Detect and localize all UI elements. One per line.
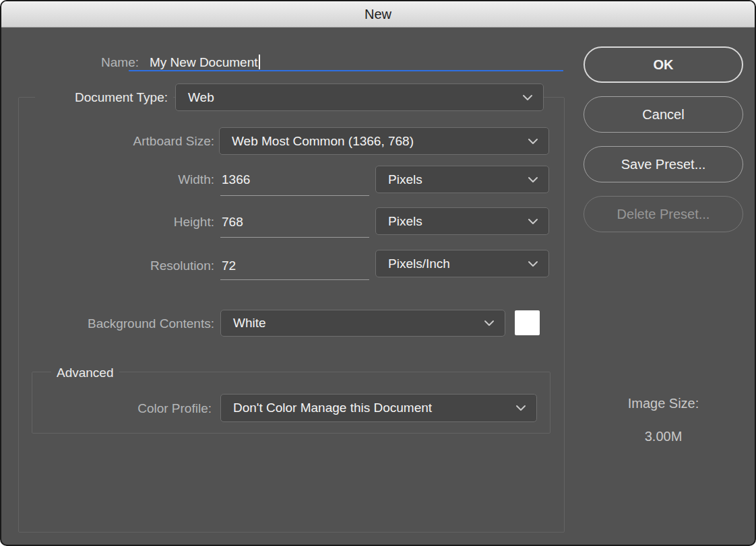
image-size-value: 3.00M	[584, 429, 743, 444]
height-input-underline	[220, 237, 369, 238]
resolution-input[interactable]: 72	[222, 258, 236, 274]
document-type-value: Web	[188, 90, 214, 105]
delete-preset-button: Delete Preset...	[584, 196, 743, 232]
image-size-label: Image Size:	[584, 396, 743, 411]
resolution-label: Resolution:	[42, 258, 214, 274]
document-type-label: Document Type:	[35, 90, 173, 106]
artboard-size-label: Artboard Size:	[42, 133, 214, 149]
name-label: Name:	[42, 55, 139, 71]
color-profile-value: Don't Color Manage this Document	[233, 401, 432, 415]
chevron-down-icon	[528, 176, 538, 183]
background-color-swatch	[515, 310, 540, 335]
chevron-down-icon	[528, 218, 538, 225]
width-input[interactable]: 1366	[222, 172, 250, 188]
width-unit-value: Pixels	[388, 172, 422, 187]
save-preset-button[interactable]: Save Preset...	[584, 146, 743, 182]
chevron-down-icon	[522, 94, 533, 101]
ok-button[interactable]: OK	[584, 46, 743, 83]
width-input-underline	[220, 195, 369, 196]
width-unit-dropdown[interactable]: Pixels	[375, 166, 549, 193]
height-unit-dropdown[interactable]: Pixels	[375, 207, 549, 235]
advanced-section-label: Advanced	[51, 365, 119, 381]
name-input-focus-underline	[129, 70, 563, 71]
color-profile-dropdown[interactable]: Don't Color Manage this Document	[220, 394, 537, 422]
chevron-down-icon	[528, 261, 538, 267]
height-input[interactable]: 768	[222, 214, 243, 230]
resolution-unit-value: Pixels/Inch	[388, 257, 450, 271]
text-caret	[259, 55, 260, 69]
background-contents-dropdown[interactable]: White	[220, 310, 505, 337]
background-contents-label: Background Contents:	[28, 316, 214, 332]
resolution-input-underline	[220, 279, 369, 280]
chevron-down-icon	[515, 405, 526, 411]
color-profile-label: Color Profile:	[69, 401, 212, 417]
chevron-down-icon	[484, 320, 495, 327]
document-type-dropdown[interactable]: Web	[175, 83, 544, 111]
height-label: Height:	[42, 214, 214, 230]
titlebar[interactable]: New	[1, 1, 755, 28]
dialog-title: New	[365, 7, 391, 22]
artboard-size-dropdown[interactable]: Web Most Common (1366, 768)	[219, 127, 549, 155]
artboard-size-value: Web Most Common (1366, 768)	[232, 134, 414, 149]
width-label: Width:	[42, 172, 214, 188]
name-input[interactable]: My New Document	[150, 55, 260, 71]
name-input-text: My New Document	[150, 55, 258, 69]
height-unit-value: Pixels	[388, 214, 422, 229]
resolution-unit-dropdown[interactable]: Pixels/Inch	[375, 250, 549, 277]
background-contents-value: White	[233, 316, 266, 331]
new-document-dialog: New Name: My New Document Document Type:…	[0, 0, 756, 546]
cancel-button[interactable]: Cancel	[584, 96, 743, 133]
chevron-down-icon	[528, 138, 538, 145]
